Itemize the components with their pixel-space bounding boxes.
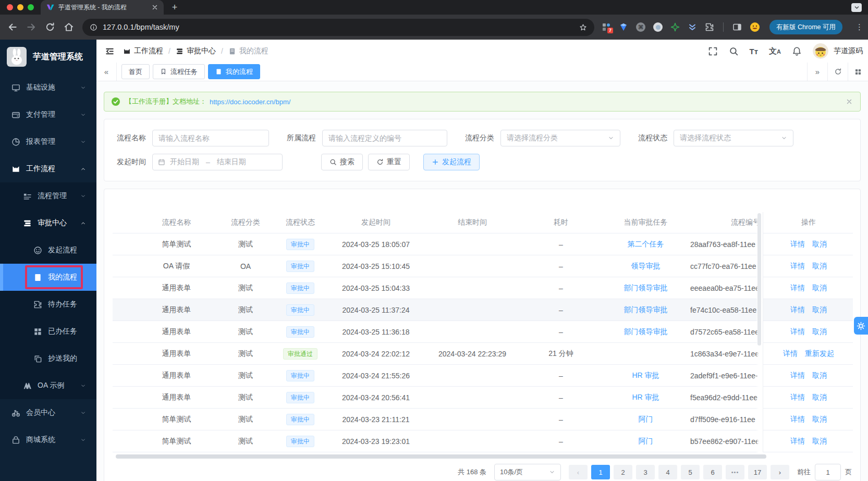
table-vertical-scrollbar[interactable] <box>756 212 763 452</box>
page-number-button[interactable]: 6 <box>703 465 722 479</box>
page-number-button[interactable]: 4 <box>658 465 677 479</box>
action-link[interactable]: 详情 <box>790 393 805 401</box>
action-link[interactable]: 取消 <box>812 327 827 336</box>
username[interactable]: 芋道源码 <box>834 46 863 56</box>
next-page-button[interactable]: › <box>771 465 789 479</box>
extension-star-icon[interactable] <box>670 22 680 32</box>
sidebar-item-my-process[interactable]: 我的流程 <box>0 264 96 291</box>
start-time-range-picker[interactable]: 开始日期 – 结束日期 <box>152 154 283 170</box>
action-link[interactable]: 详情 <box>790 415 805 423</box>
prev-page-button[interactable]: ‹ <box>569 465 588 479</box>
back-icon[interactable] <box>7 22 18 32</box>
tags-refresh-icon[interactable] <box>827 63 848 81</box>
action-link[interactable]: 详情 <box>790 262 805 270</box>
new-tab-button[interactable]: + <box>168 1 181 14</box>
doc-link[interactable]: https://doc.iocoder.cn/bpm/ <box>210 98 290 106</box>
bookmark-star-icon[interactable] <box>579 23 587 31</box>
current-task-link[interactable]: 阿门 <box>639 415 653 423</box>
menu-fold-icon[interactable] <box>105 46 115 56</box>
current-task-link[interactable]: 领导审批 <box>631 262 661 270</box>
action-link[interactable]: 取消 <box>812 415 827 423</box>
browser-tab[interactable]: 芋道管理系统 - 我的流程 <box>41 0 164 15</box>
theme-settings-button[interactable] <box>854 317 868 335</box>
create-process-button[interactable]: 发起流程 <box>423 154 480 170</box>
breadcrumb-item[interactable]: 审批中心 <box>176 46 216 56</box>
side-panel-icon[interactable] <box>732 22 742 32</box>
current-task-link[interactable]: 部门领导审批 <box>624 283 668 292</box>
page-size-select[interactable]: 10条/页 <box>494 464 561 480</box>
action-link[interactable]: 取消 <box>812 371 827 379</box>
sidebar-item-member-center[interactable]: 会员中心 <box>0 399 96 426</box>
horizontal-scroll-thumb[interactable] <box>116 454 766 459</box>
alert-close-icon[interactable] <box>846 98 853 105</box>
current-task-link[interactable]: HR 审批 <box>632 393 659 401</box>
page-number-button[interactable]: 3 <box>636 465 655 479</box>
search-button[interactable]: 搜索 <box>321 154 363 170</box>
sidebar-item-cc-me[interactable]: 抄送我的 <box>0 345 96 372</box>
tab-close-icon[interactable] <box>151 4 158 11</box>
current-task-link[interactable]: 部门领导审批 <box>624 327 668 336</box>
sidebar-item-start-process[interactable]: 发起流程 <box>0 237 96 264</box>
action-link[interactable]: 取消 <box>812 393 827 401</box>
sidebar-item-payment[interactable]: 支付管理 <box>0 101 96 128</box>
minimize-window-button[interactable] <box>17 4 23 10</box>
extensions-puzzle-icon[interactable] <box>705 22 714 32</box>
action-link[interactable]: 详情 <box>790 371 805 379</box>
tag-my-process[interactable]: 我的流程 <box>208 64 260 79</box>
extension-gem-icon[interactable] <box>619 22 628 32</box>
tags-layout-grid-icon[interactable] <box>848 63 868 81</box>
user-avatar[interactable] <box>813 43 828 59</box>
current-task-link[interactable]: 部门领导审批 <box>624 305 668 314</box>
action-link[interactable]: 详情 <box>790 240 805 248</box>
action-link[interactable]: 详情 <box>783 349 798 357</box>
maximize-window-button[interactable] <box>28 4 34 10</box>
sidebar-item-infrastructure[interactable]: 基础设施 <box>0 74 96 101</box>
locale-icon[interactable]: 文A <box>769 46 781 56</box>
action-link[interactable]: 取消 <box>812 262 827 270</box>
extension-double-chevron-icon[interactable] <box>688 22 697 32</box>
browser-menu-icon[interactable]: ⋮ <box>855 22 861 32</box>
action-link[interactable]: 取消 <box>812 240 827 248</box>
tags-scroll-left-button[interactable]: « <box>96 63 117 81</box>
sidebar-item-workflow[interactable]: 工作流程 <box>0 155 96 182</box>
table-horizontal-scrollbar[interactable] <box>113 454 852 459</box>
process-name-input[interactable] <box>152 130 269 146</box>
profile-emoji-icon[interactable] <box>750 22 760 32</box>
page-number-button[interactable]: 1 <box>591 465 610 479</box>
current-task-link[interactable]: 阿门 <box>639 437 653 445</box>
action-link[interactable]: 取消 <box>812 283 827 292</box>
current-task-link[interactable]: 第二个任务 <box>628 240 664 248</box>
tab-search-button[interactable] <box>851 3 862 12</box>
sidebar-item-approval-center[interactable]: 审批中心 <box>0 209 96 237</box>
reload-icon[interactable] <box>45 22 55 32</box>
extension-blocks-icon[interactable]: 7 <box>602 22 611 32</box>
process-definition-input[interactable] <box>322 130 447 146</box>
action-link[interactable]: 重新发起 <box>805 349 834 357</box>
process-category-select[interactable]: 请选择流程分类 <box>500 130 620 146</box>
fullscreen-icon[interactable] <box>708 46 718 56</box>
url-bar[interactable]: 127.0.0.1/bpm/task/my <box>82 19 594 36</box>
search-icon[interactable] <box>729 46 739 56</box>
tag-home[interactable]: 首页 <box>121 64 150 79</box>
close-window-button[interactable] <box>7 4 13 10</box>
page-number-button[interactable]: 5 <box>681 465 700 479</box>
sidebar-item-process-management[interactable]: 流程管理 <box>0 182 96 209</box>
action-link[interactable]: 取消 <box>812 305 827 314</box>
action-link[interactable]: 详情 <box>790 437 805 445</box>
breadcrumb-item[interactable]: 工作流程 <box>123 46 163 56</box>
page-number-button[interactable]: 2 <box>614 465 632 479</box>
current-task-link[interactable]: HR 审批 <box>632 371 659 379</box>
vertical-scroll-thumb[interactable] <box>757 213 761 346</box>
tag-process-task[interactable]: 流程任务 <box>153 64 205 79</box>
app-logo[interactable]: 芋道管理系统 <box>0 40 96 74</box>
sidebar-item-mall-system[interactable]: 商城系统 <box>0 426 96 453</box>
chrome-update-button[interactable]: 有新版 Chrome 可用 <box>769 20 842 34</box>
reset-button[interactable]: 重置 <box>368 154 410 170</box>
notification-bell-icon[interactable] <box>792 46 802 56</box>
sidebar-item-report[interactable]: 报表管理 <box>0 128 96 155</box>
goto-page-input[interactable] <box>815 464 841 480</box>
extension-record-icon[interactable] <box>653 22 663 32</box>
extension-command-icon[interactable]: ⌘ <box>636 22 645 32</box>
action-link[interactable]: 详情 <box>790 305 805 314</box>
forward-icon[interactable] <box>26 22 36 32</box>
